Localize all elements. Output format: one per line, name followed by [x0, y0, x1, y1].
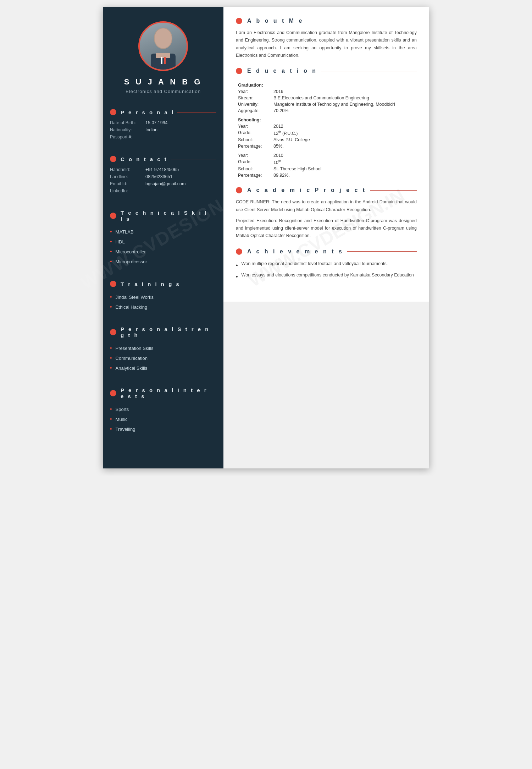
school1-year-value: 2012 — [271, 123, 417, 130]
passport-label: Passport #: — [110, 134, 145, 139]
linkedin-label: LinkedIn: — [110, 188, 145, 193]
landline-label: Landline: — [110, 174, 145, 179]
contact-dot — [110, 156, 116, 162]
school1-percent-label: Percentage: — [236, 143, 271, 149]
right-panel: A b o u t M e I am an Electronics and Co… — [223, 7, 429, 302]
grad-university-row: University: Mangalore Institute of Techn… — [236, 101, 417, 108]
school1-school-value: Alvas P.U. College — [271, 137, 417, 143]
avatar-section: S U J A N B G Electronics and Communicat… — [103, 7, 223, 101]
list-item: Sports — [110, 404, 216, 414]
personal-strength-dot — [110, 329, 116, 335]
education-dot — [236, 68, 242, 74]
person-name: S U J A N B G — [124, 77, 203, 87]
school2-percent-value: 89.92%. — [271, 172, 417, 178]
person-profession: Electronics and Communication — [124, 89, 203, 94]
list-item: Microprocessor — [110, 257, 216, 267]
avatar — [138, 21, 188, 71]
svg-rect-5 — [164, 57, 166, 64]
grad-year-value: 2016 — [271, 88, 417, 95]
education-table: Graduation: Year: 2016 Stream: B.E.Elect… — [236, 79, 417, 178]
technical-skills-section: T e c h n i c a l S k i l l s MATLAB HDL… — [103, 210, 223, 273]
list-item: Jindal Steel Works — [110, 292, 216, 302]
project-text-2: Projected Execution: Recognition and Exe… — [236, 217, 417, 240]
school2-percent-row: Percentage: 89.92%. — [236, 172, 417, 178]
personal-title: P e r s o n a l — [121, 109, 174, 115]
achievements-title: A c h i e v e m e n t s — [247, 248, 344, 255]
list-item: Communication — [110, 353, 216, 363]
trainings-section: T r a i n i n g s Jindal Steel Works Eth… — [103, 281, 223, 318]
email-value: bgsujan@gmail.com — [145, 181, 185, 186]
handheld-label: Handheld: — [110, 167, 145, 172]
technical-skills-title: T e c h n i c a l S k i l l s — [121, 210, 214, 222]
graduation-heading-row: Graduation: — [236, 79, 417, 88]
contact-section: C o n t a c t Handheld: +91 9741845065 L… — [103, 156, 223, 202]
personal-section: P e r s o n a l Date of Birth: 15.07.199… — [103, 109, 223, 148]
school2-grade-value: 10th — [271, 159, 417, 166]
personal-dot — [110, 109, 116, 115]
university-label: University: — [236, 101, 271, 108]
personal-strength-title: P e r s o n a l S t r e n g t h — [121, 326, 214, 338]
personal-interests-title: P e r s o n a l I n t e r e s t s — [121, 387, 214, 399]
nationality-value: Indian — [145, 127, 157, 132]
list-item: Analytical Skills — [110, 363, 216, 373]
school2-percent-label: Percentage: — [236, 172, 271, 178]
technical-skills-list: MATLAB HDL Microcontroller Microprocesso… — [110, 227, 216, 267]
project-text-1: CODE RUNNER: The need was to create an a… — [236, 198, 417, 214]
school2-school-row: School: St. Therese High School — [236, 166, 417, 172]
list-item: MATLAB — [110, 227, 216, 237]
academic-project-title: A c a d e m i c P r o j e c t — [247, 187, 366, 193]
list-item: Presentation Skills — [110, 343, 216, 353]
school2-year-row: Year: 2010 — [236, 149, 417, 159]
list-item: HDL — [110, 237, 216, 247]
education-title: E d u c a t i o n — [247, 68, 317, 74]
list-item: Travelling — [110, 424, 216, 434]
email-row: Email Id: bgsujan@gmail.com — [110, 181, 216, 186]
schooling-label: Schooling: — [236, 114, 271, 123]
passport-row: Passport #: — [110, 134, 216, 139]
school2-grade-row: Grade: 10th — [236, 159, 417, 166]
achievements-section: A c h i e v e m e n t s Won multiple reg… — [236, 248, 417, 282]
about-me-dot — [236, 18, 242, 24]
svg-rect-4 — [161, 57, 162, 64]
achievements-dot — [236, 248, 242, 255]
school2-school-label: School: — [236, 166, 271, 172]
about-me-title: A b o u t M e — [247, 18, 304, 24]
trainings-dot — [110, 281, 116, 287]
dob-row: Date of Birth: 15.07.1994 — [110, 120, 216, 125]
contact-title: C o n t a c t — [121, 156, 168, 162]
academic-project-dot — [236, 187, 242, 193]
school1-year-row: Year: 2012 — [236, 123, 417, 130]
dob-value: 15.07.1994 — [145, 120, 168, 125]
school1-grade-row: Grade: 12th (P.U.C.) — [236, 130, 417, 137]
grad-stream-value: B.E.Electronics and Communication Engine… — [271, 95, 417, 101]
school2-school-value: St. Therese High School — [271, 166, 417, 172]
school2-year-label: Year: — [236, 149, 271, 159]
personal-interests-list: Sports Music Travelling — [110, 404, 216, 434]
svg-rect-3 — [156, 53, 170, 58]
graduation-label: Graduation: — [236, 79, 271, 88]
landline-row: Landline: 08256233651 — [110, 174, 216, 179]
list-item: Microcontroller — [110, 247, 216, 257]
schooling-heading-row: Schooling: — [236, 114, 417, 123]
year-label: Year: — [236, 88, 271, 95]
personal-interests-section: P e r s o n a l I n t e r e s t s Sports… — [103, 387, 223, 440]
about-me-text: I am an Electronics and Communication gr… — [236, 29, 417, 59]
nationality-label: Nationality: — [110, 127, 145, 132]
list-item: Won multiple regional and district level… — [236, 260, 417, 271]
list-item: Ethical Hacking — [110, 302, 216, 312]
about-me-section: A b o u t M e I am an Electronics and Co… — [236, 18, 417, 59]
school1-grade-label: Grade: — [236, 130, 271, 137]
trainings-list: Jindal Steel Works Ethical Hacking — [110, 292, 216, 312]
landline-value: 08256233651 — [145, 174, 172, 179]
list-item: Won essays and elocutions competiitons c… — [236, 271, 417, 282]
achievements-list: Won multiple regional and district level… — [236, 260, 417, 282]
personal-strength-section: P e r s o n a l S t r e n g t h Presenta… — [103, 326, 223, 379]
education-section: E d u c a t i o n Graduation: Year: 2016… — [236, 68, 417, 178]
aggregate-label: Aggregate: — [236, 108, 271, 114]
school2-grade-label: Grade: — [236, 159, 271, 166]
personal-strength-list: Presentation Skills Communication Analyt… — [110, 343, 216, 373]
academic-project-section: A c a d e m i c P r o j e c t CODE RUNNE… — [236, 187, 417, 240]
svg-point-1 — [155, 28, 172, 48]
stream-label: Stream: — [236, 95, 271, 101]
school1-percent-value: 85%. — [271, 143, 417, 149]
